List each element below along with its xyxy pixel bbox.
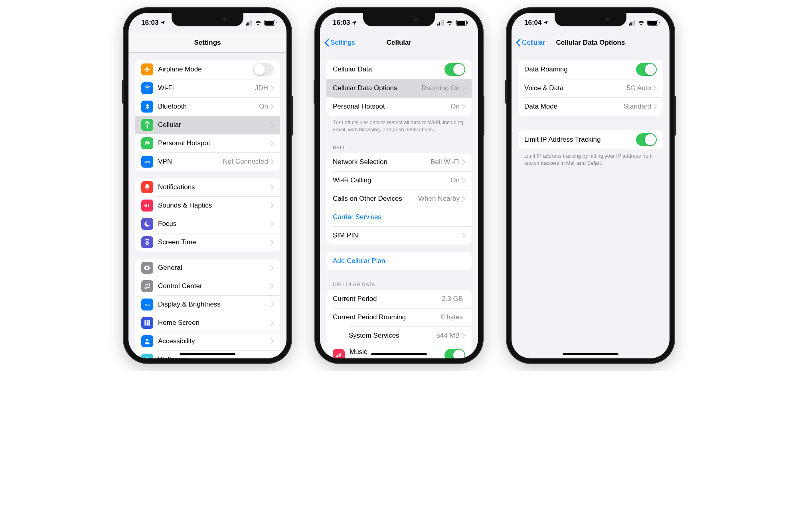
- phone-settings: 16:03 Settings Airplane ModeWi-FiJDHBlue…: [124, 8, 291, 363]
- row-label: Wi-Fi: [158, 84, 255, 92]
- row-label: Cellular Data: [333, 65, 444, 73]
- wifi-icon: [255, 20, 262, 26]
- row-label: Control Center: [158, 282, 271, 290]
- row-wi-fi[interactable]: Wi-FiJDH: [135, 79, 280, 97]
- chevron-right-icon: [271, 320, 274, 326]
- music-icon: [333, 349, 345, 358]
- chevron-left-icon: [516, 39, 521, 47]
- back-button[interactable]: Cellular: [516, 39, 545, 47]
- row-screen-time[interactable]: Screen Time: [135, 233, 280, 251]
- row-sounds-haptics[interactable]: Sounds & Haptics: [135, 196, 280, 215]
- row-control-center[interactable]: Control Center: [135, 277, 280, 295]
- row-accessibility[interactable]: Accessibility: [135, 332, 280, 350]
- row-voice-data[interactable]: Voice & Data5G Auto: [518, 79, 663, 97]
- row-label: Network Selection: [333, 158, 431, 166]
- content-scroll[interactable]: Data RoamingVoice & Data5G AutoData Mode…: [512, 53, 670, 358]
- svg-rect-6: [147, 322, 148, 324]
- row-label: Personal Hotspot: [158, 139, 271, 147]
- row-personal-hotspot[interactable]: Personal Hotspot: [135, 134, 280, 152]
- back-button[interactable]: Settings: [324, 39, 355, 47]
- row-value: Standard: [624, 103, 651, 111]
- toggle-switch[interactable]: [253, 63, 274, 76]
- row-system-services[interactable]: System Services544 MB: [326, 326, 472, 345]
- row-carrier-services[interactable]: Carrier Services: [326, 208, 472, 226]
- row-value: Not Connected: [223, 158, 268, 166]
- row-label: Bluetooth: [158, 103, 259, 111]
- navbar: Settings: [128, 33, 286, 53]
- row-label: Focus: [158, 220, 271, 228]
- home-indicator[interactable]: [180, 353, 235, 355]
- page-title: Cellular: [387, 39, 411, 47]
- svg-rect-2: [144, 320, 146, 322]
- row-data-roaming[interactable]: Data Roaming: [518, 60, 663, 79]
- chevron-right-icon: [271, 159, 274, 164]
- toggle-switch[interactable]: [636, 133, 657, 146]
- row-sim-pin[interactable]: SIM PIN: [326, 226, 472, 245]
- row-current-period[interactable]: Current Period2.3 GB: [326, 290, 472, 308]
- toggle-switch[interactable]: [636, 63, 657, 76]
- row-label: Add Cellular Plan: [333, 257, 465, 265]
- moon-icon: [141, 218, 153, 230]
- chevron-right-icon: [462, 159, 465, 165]
- toggle-switch[interactable]: [444, 349, 465, 358]
- content-scroll[interactable]: Cellular DataCellular Data OptionsRoamin…: [320, 53, 478, 358]
- row-limit-ip-address-tracking[interactable]: Limit IP Address Tracking: [518, 130, 663, 149]
- chevron-right-icon: [654, 104, 657, 109]
- row-label: Data Roaming: [524, 65, 636, 73]
- row-value: 544 MB: [436, 332, 460, 340]
- group-header-cellulardata: CELLULAR DATA: [333, 281, 465, 287]
- svg-point-13: [146, 357, 148, 359]
- row-focus[interactable]: Focus: [135, 215, 280, 233]
- aa-icon: AA: [141, 299, 153, 310]
- row-data-mode[interactable]: Data ModeStandard: [518, 97, 663, 116]
- notch: [363, 13, 435, 26]
- speaker-icon: [141, 200, 153, 212]
- row-label: Voice & Data: [524, 84, 627, 92]
- chevron-right-icon: [271, 265, 274, 271]
- row-vpn[interactable]: VPNVPNNot Connected: [135, 152, 280, 171]
- chevron-right-icon: [271, 85, 274, 91]
- status-time: 16:03: [333, 19, 350, 27]
- row-network-selection[interactable]: Network SelectionBell Wi-Fi: [326, 153, 472, 171]
- toggle-switch[interactable]: [444, 63, 465, 76]
- chevron-right-icon: [271, 239, 274, 245]
- row-label: Current Period: [333, 295, 442, 303]
- svg-rect-8: [144, 324, 146, 326]
- battery-icon: [647, 20, 658, 26]
- row-bluetooth[interactable]: BluetoothOn: [135, 97, 280, 116]
- navbar: Cellular Cellular Data Options: [512, 33, 670, 53]
- row-label: Airplane Mode: [158, 65, 253, 73]
- row-value: Roaming On: [422, 84, 460, 92]
- row-current-period-roaming[interactable]: Current Period Roaming0 bytes: [326, 308, 472, 326]
- group-footer: Limit IP address tracking by hiding your…: [524, 152, 657, 167]
- settings-group-notifications: NotificationsSounds & HapticsFocusScreen…: [135, 178, 280, 251]
- home-indicator[interactable]: [563, 353, 618, 355]
- row-general[interactable]: General: [135, 259, 280, 277]
- svg-text:VPN: VPN: [144, 160, 150, 163]
- bell-icon: [141, 181, 153, 193]
- row-cellular-data-options[interactable]: Cellular Data OptionsRoaming On: [326, 79, 472, 97]
- content-scroll[interactable]: Airplane ModeWi-FiJDHBluetoothOnCellular…: [128, 53, 286, 358]
- chevron-right-icon: [462, 85, 465, 91]
- row-wi-fi-calling[interactable]: Wi-Fi CallingOn: [326, 171, 472, 190]
- row-add-cellular-plan[interactable]: Add Cellular Plan: [326, 252, 472, 270]
- chevron-right-icon: [462, 178, 465, 183]
- chevron-right-icon: [462, 104, 465, 109]
- row-notifications[interactable]: Notifications: [135, 178, 280, 196]
- row-label: Carrier Services: [333, 213, 465, 221]
- row-airplane-mode[interactable]: Airplane Mode: [135, 60, 280, 79]
- switches-icon: [141, 280, 153, 292]
- row-sublabel: 529 MB: [350, 356, 444, 358]
- cellular-signal-icon: [437, 20, 444, 26]
- row-cellular-data[interactable]: Cellular Data: [326, 60, 472, 79]
- row-home-screen[interactable]: Home Screen: [135, 314, 280, 332]
- row-label: Cellular Data Options: [333, 84, 422, 92]
- home-indicator[interactable]: [371, 353, 427, 355]
- row-personal-hotspot[interactable]: Personal HotspotOn: [326, 97, 472, 116]
- row-display-brightness[interactable]: AADisplay & Brightness: [135, 295, 280, 314]
- chevron-right-icon: [271, 338, 274, 344]
- svg-text:AA: AA: [144, 303, 150, 307]
- row-calls-on-other-devices[interactable]: Calls on Other DevicesWhen Nearby: [326, 190, 472, 208]
- row-music[interactable]: Music529 MB: [326, 345, 472, 358]
- row-cellular[interactable]: Cellular: [135, 116, 280, 134]
